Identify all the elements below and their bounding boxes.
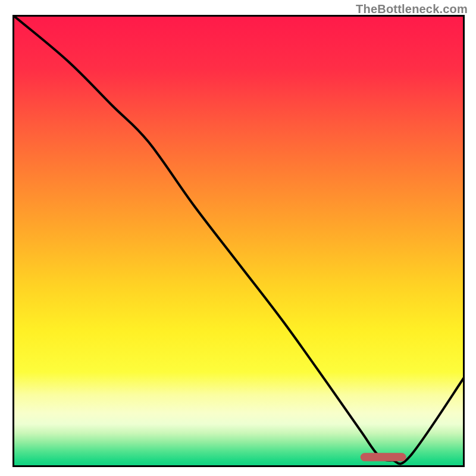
svg-rect-0: [12, 15, 465, 467]
optimal-range-marker: [361, 453, 406, 461]
chart-svg: [12, 15, 465, 467]
attribution-label: TheBottleneck.com: [356, 2, 468, 16]
bottleneck-chart: [12, 15, 465, 467]
chart-container: TheBottleneck.com: [0, 0, 476, 476]
